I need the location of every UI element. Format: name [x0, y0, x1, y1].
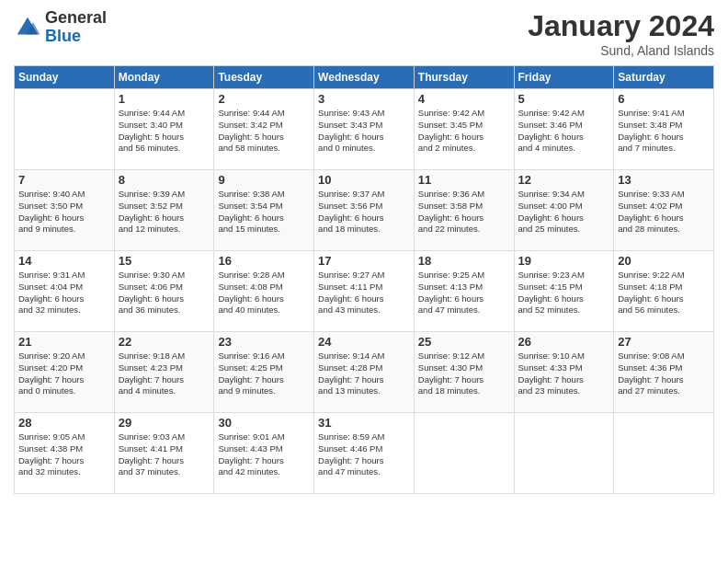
day-cell: 19Sunrise: 9:23 AMSunset: 4:15 PMDayligh… — [514, 251, 614, 332]
day-number: 31 — [318, 416, 410, 430]
weekday-header-wednesday: Wednesday — [314, 66, 415, 89]
day-info: Sunrise: 9:30 AMSunset: 4:06 PMDaylight:… — [119, 270, 210, 316]
day-cell — [614, 413, 714, 494]
day-cell: 22Sunrise: 9:18 AMSunset: 4:23 PMDayligh… — [114, 332, 214, 413]
day-info: Sunrise: 9:10 AMSunset: 4:33 PMDaylight:… — [518, 350, 610, 397]
day-cell: 12Sunrise: 9:34 AMSunset: 4:00 PMDayligh… — [514, 170, 614, 251]
day-info: Sunrise: 9:22 AMSunset: 4:18 PMDaylight:… — [618, 270, 710, 316]
calendar-container: General Blue January 2024 Sund, Aland Is… — [0, 0, 728, 563]
day-number: 2 — [218, 92, 310, 106]
day-number: 7 — [18, 173, 110, 187]
day-cell — [15, 89, 115, 170]
day-cell: 20Sunrise: 9:22 AMSunset: 4:18 PMDayligh… — [614, 251, 714, 332]
day-number: 12 — [518, 173, 610, 187]
day-cell: 7Sunrise: 9:40 AMSunset: 3:50 PMDaylight… — [15, 170, 115, 251]
day-cell: 24Sunrise: 9:14 AMSunset: 4:28 PMDayligh… — [314, 332, 415, 413]
day-number: 9 — [218, 173, 310, 187]
logo: General Blue — [14, 9, 107, 46]
weekday-header-thursday: Thursday — [414, 66, 514, 89]
day-number: 28 — [18, 416, 110, 430]
day-cell: 14Sunrise: 9:31 AMSunset: 4:04 PMDayligh… — [15, 251, 115, 332]
day-cell: 17Sunrise: 9:27 AMSunset: 4:11 PMDayligh… — [314, 251, 415, 332]
week-row-4: 21Sunrise: 9:20 AMSunset: 4:20 PMDayligh… — [15, 332, 714, 413]
day-cell: 28Sunrise: 9:05 AMSunset: 4:38 PMDayligh… — [15, 413, 115, 494]
weekday-header-saturday: Saturday — [614, 66, 714, 89]
day-number: 16 — [218, 254, 310, 268]
weekday-header-sunday: Sunday — [15, 66, 115, 89]
day-info: Sunrise: 9:14 AMSunset: 4:28 PMDaylight:… — [318, 350, 410, 397]
day-cell: 2Sunrise: 9:44 AMSunset: 3:42 PMDaylight… — [214, 89, 314, 170]
day-info: Sunrise: 9:03 AMSunset: 4:41 PMDaylight:… — [119, 431, 210, 478]
day-cell: 3Sunrise: 9:43 AMSunset: 3:43 PMDaylight… — [314, 89, 415, 170]
day-number: 10 — [318, 173, 410, 187]
day-number: 13 — [618, 173, 710, 187]
day-cell: 25Sunrise: 9:12 AMSunset: 4:30 PMDayligh… — [414, 332, 514, 413]
title-block: January 2024 Sund, Aland Islands — [528, 9, 714, 58]
week-row-5: 28Sunrise: 9:05 AMSunset: 4:38 PMDayligh… — [15, 413, 714, 494]
day-cell: 21Sunrise: 9:20 AMSunset: 4:20 PMDayligh… — [15, 332, 115, 413]
day-cell — [414, 413, 514, 494]
day-info: Sunrise: 9:18 AMSunset: 4:23 PMDaylight:… — [119, 350, 210, 397]
day-cell: 13Sunrise: 9:33 AMSunset: 4:02 PMDayligh… — [614, 170, 714, 251]
day-info: Sunrise: 9:44 AMSunset: 3:42 PMDaylight:… — [218, 108, 310, 155]
logo-blue-text: Blue — [45, 28, 107, 46]
location: Sund, Aland Islands — [528, 43, 714, 58]
day-number: 6 — [618, 92, 710, 106]
week-row-1: 1Sunrise: 9:44 AMSunset: 3:40 PMDaylight… — [15, 89, 714, 170]
day-info: Sunrise: 9:41 AMSunset: 3:48 PMDaylight:… — [618, 108, 710, 155]
day-info: Sunrise: 9:38 AMSunset: 3:54 PMDaylight:… — [218, 189, 310, 236]
day-number: 18 — [418, 254, 510, 268]
day-info: Sunrise: 9:28 AMSunset: 4:08 PMDaylight:… — [218, 270, 310, 316]
day-info: Sunrise: 9:39 AMSunset: 3:52 PMDaylight:… — [119, 189, 210, 236]
day-number: 8 — [119, 173, 210, 187]
day-number: 1 — [119, 92, 210, 106]
day-cell: 4Sunrise: 9:42 AMSunset: 3:45 PMDaylight… — [414, 89, 514, 170]
day-number: 5 — [518, 92, 610, 106]
day-number: 4 — [418, 92, 510, 106]
day-cell — [514, 413, 614, 494]
day-cell: 10Sunrise: 9:37 AMSunset: 3:56 PMDayligh… — [314, 170, 415, 251]
day-number: 25 — [418, 335, 510, 349]
day-cell: 9Sunrise: 9:38 AMSunset: 3:54 PMDaylight… — [214, 170, 314, 251]
day-info: Sunrise: 9:42 AMSunset: 3:45 PMDaylight:… — [418, 108, 510, 155]
day-info: Sunrise: 9:31 AMSunset: 4:04 PMDaylight:… — [18, 270, 110, 316]
day-info: Sunrise: 9:42 AMSunset: 3:46 PMDaylight:… — [518, 108, 610, 155]
day-cell: 30Sunrise: 9:01 AMSunset: 4:43 PMDayligh… — [214, 413, 314, 494]
day-number: 27 — [618, 335, 710, 349]
day-info: Sunrise: 9:34 AMSunset: 4:00 PMDaylight:… — [518, 189, 610, 236]
header: General Blue January 2024 Sund, Aland Is… — [14, 9, 714, 58]
day-number: 14 — [18, 254, 110, 268]
day-info: Sunrise: 9:44 AMSunset: 3:40 PMDaylight:… — [119, 108, 210, 155]
day-cell: 11Sunrise: 9:36 AMSunset: 3:58 PMDayligh… — [414, 170, 514, 251]
day-cell: 15Sunrise: 9:30 AMSunset: 4:06 PMDayligh… — [114, 251, 214, 332]
day-cell: 23Sunrise: 9:16 AMSunset: 4:25 PMDayligh… — [214, 332, 314, 413]
day-number: 24 — [318, 335, 410, 349]
day-info: Sunrise: 9:12 AMSunset: 4:30 PMDaylight:… — [418, 350, 510, 397]
day-info: Sunrise: 9:08 AMSunset: 4:36 PMDaylight:… — [618, 350, 710, 397]
day-info: Sunrise: 9:27 AMSunset: 4:11 PMDaylight:… — [318, 270, 410, 316]
logo-text: General Blue — [45, 9, 107, 46]
day-cell: 31Sunrise: 8:59 AMSunset: 4:46 PMDayligh… — [314, 413, 415, 494]
weekday-header-monday: Monday — [114, 66, 214, 89]
week-row-2: 7Sunrise: 9:40 AMSunset: 3:50 PMDaylight… — [15, 170, 714, 251]
day-number: 17 — [318, 254, 410, 268]
weekday-header-friday: Friday — [514, 66, 614, 89]
day-number: 21 — [18, 335, 110, 349]
logo-general-text: General — [45, 9, 107, 28]
day-cell: 29Sunrise: 9:03 AMSunset: 4:41 PMDayligh… — [114, 413, 214, 494]
day-info: Sunrise: 9:23 AMSunset: 4:15 PMDaylight:… — [518, 270, 610, 316]
month-title: January 2024 — [528, 9, 714, 43]
logo-icon — [14, 14, 41, 41]
day-cell: 26Sunrise: 9:10 AMSunset: 4:33 PMDayligh… — [514, 332, 614, 413]
day-number: 30 — [218, 416, 310, 430]
day-info: Sunrise: 9:37 AMSunset: 3:56 PMDaylight:… — [318, 189, 410, 236]
weekday-header-tuesday: Tuesday — [214, 66, 314, 89]
day-cell: 27Sunrise: 9:08 AMSunset: 4:36 PMDayligh… — [614, 332, 714, 413]
day-number: 23 — [218, 335, 310, 349]
day-cell: 8Sunrise: 9:39 AMSunset: 3:52 PMDaylight… — [114, 170, 214, 251]
day-info: Sunrise: 9:05 AMSunset: 4:38 PMDaylight:… — [18, 431, 110, 478]
day-info: Sunrise: 9:16 AMSunset: 4:25 PMDaylight:… — [218, 350, 310, 397]
day-number: 15 — [119, 254, 210, 268]
day-cell: 1Sunrise: 9:44 AMSunset: 3:40 PMDaylight… — [114, 89, 214, 170]
day-info: Sunrise: 8:59 AMSunset: 4:46 PMDaylight:… — [318, 431, 410, 478]
